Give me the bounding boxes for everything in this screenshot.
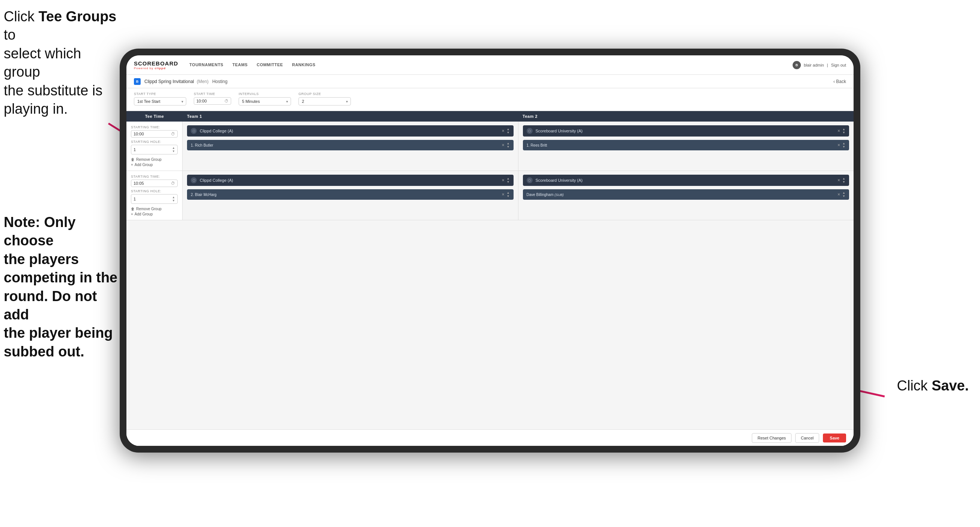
group2-hole-input[interactable] [134, 197, 152, 201]
table-container: Tee Time Team 1 Team 2 STARTING TIME: ⏱ [126, 111, 854, 429]
group1-team1-player1-remove[interactable]: × [502, 143, 504, 148]
group2-team1-card[interactable]: ⬡ Clippd College (A) × ▲▼ [187, 175, 514, 186]
group2-hole-arrows[interactable]: ▲▼ [172, 196, 175, 202]
group2-team2-remove[interactable]: × [837, 178, 840, 183]
reset-changes-button[interactable]: Reset Changes [752, 433, 791, 443]
annotation-bottomright: Click Save. [897, 378, 969, 394]
subheader: B Clippd Spring Invitational (Men) Hosti… [126, 75, 854, 88]
group2-team2-player1-sub-arrows[interactable]: ▲▼ [842, 191, 845, 198]
group-size-select[interactable]: 2 [299, 97, 351, 105]
subheader-back[interactable]: ‹ Back [834, 79, 846, 84]
tablet-frame: SCOREBOARD Powered by clippd TOURNAMENTS… [120, 49, 860, 452]
group1-remove-label: Remove Group [136, 158, 162, 162]
group1-actions: 🗑 Remove Group + Add Group [131, 158, 162, 167]
group1-team1-player1[interactable]: 1. Rich Butler × ▲▼ [187, 140, 514, 150]
group1-remove-btn[interactable]: 🗑 Remove Group [131, 158, 162, 162]
group1-team2-card-actions: × ▲▼ [837, 127, 845, 134]
subheader-title: Clippd Spring Invitational (Men) [145, 79, 208, 84]
group2-team1-arrows[interactable]: ▲▼ [507, 177, 510, 184]
group1-hole-input[interactable] [134, 147, 152, 152]
col-team1: Team 1 [183, 111, 518, 121]
group1-team1-card-actions: × ▲▼ [502, 127, 510, 134]
group2-team1-player1[interactable]: 2. Blair McHarg × ▲▼ [187, 189, 514, 200]
group2-add-icon: + [131, 212, 133, 216]
start-type-label: Start Type [134, 92, 186, 96]
group1-team2-card[interactable]: ⬡ Scoreboard University (A) × ▲▼ [523, 125, 850, 137]
nav-separator: | [827, 63, 828, 67]
group2-team1-icon: ⬡ [191, 177, 197, 183]
group2-hole-label: STARTING HOLE: [131, 189, 161, 193]
nav-link-rankings[interactable]: RANKINGS [292, 61, 316, 69]
nav-link-teams[interactable]: TEAMS [232, 61, 248, 69]
cancel-button[interactable]: Cancel [795, 433, 819, 443]
nav-username: blair admin [804, 63, 824, 67]
nav-user: B blair admin | Sign out [792, 61, 846, 69]
start-time-group: Start Time ⏱ [194, 92, 231, 107]
group2-team1-player1-arrows[interactable]: ▲▼ [507, 191, 510, 198]
save-button[interactable]: Save [823, 433, 846, 443]
group2-time-label: STARTING TIME: [131, 175, 160, 178]
group1-team1-card[interactable]: ⬡ Clippd College (A) × ▲▼ [187, 125, 514, 137]
group1-team2-player1-name: 1. Rees Britt [527, 143, 838, 147]
group1-team2-player1[interactable]: 1. Rees Britt × ▲▼ [523, 140, 850, 150]
group1-team2-icon: ⬡ [527, 128, 533, 134]
group1-team1-arrows[interactable]: ▲▼ [507, 127, 510, 134]
nav-logo-title: SCOREBOARD [134, 60, 178, 67]
nav-logo-sub: Powered by clippd [134, 67, 178, 70]
group1-time-input[interactable] [134, 132, 154, 136]
group1-team1-remove[interactable]: × [502, 128, 504, 134]
start-time-label: Start Time [194, 92, 231, 96]
group2-team2-player1-sub-remove[interactable]: × [837, 192, 840, 197]
group2-team2-player1-sub-actions: × ▲▼ [837, 191, 845, 198]
col-team2: Team 2 [518, 111, 854, 121]
group1-team2-remove[interactable]: × [837, 128, 840, 134]
group2-team2-player1-sub[interactable]: Dave Billingham (SUB) × ▲▼ [523, 189, 850, 200]
group2-actions: 🗑 Remove Group + Add Group [131, 207, 162, 216]
group1-team2-player1-remove[interactable]: × [837, 143, 840, 148]
intervals-group: Intervals 5 Minutes [239, 92, 291, 107]
group-size-label: Group Size [299, 92, 351, 96]
group1-add-icon: + [131, 163, 133, 167]
group1-team1-player1-arrows[interactable]: ▲▼ [507, 142, 510, 148]
group-left-2: STARTING TIME: ⏱ STARTING HOLE: ▲▼ [126, 171, 183, 220]
nav-link-committee[interactable]: COMMITTEE [256, 61, 283, 69]
group2-team1-player1-remove[interactable]: × [502, 192, 504, 197]
group2-add-btn[interactable]: + Add Group [131, 212, 162, 216]
group2-team2-arrows[interactable]: ▲▼ [842, 177, 845, 184]
start-type-group: Start Type 1st Tee Start [134, 92, 186, 107]
start-type-select[interactable]: 1st Tee Start [134, 97, 186, 105]
group2-add-label: Add Group [135, 212, 153, 216]
group1-remove-icon: 🗑 [131, 158, 135, 162]
group1-team1-player1-name: 1. Rich Butler [191, 143, 502, 147]
group2-remove-btn[interactable]: 🗑 Remove Group [131, 207, 162, 211]
group-size-group: Group Size 2 [299, 92, 351, 107]
group2-time-input[interactable] [134, 181, 154, 186]
group2-team2-col: ⬡ Scoreboard University (A) × ▲▼ Dave Bi… [519, 171, 854, 220]
group2-team1-remove[interactable]: × [502, 178, 504, 183]
group2-team2-card[interactable]: ⬡ Scoreboard University (A) × ▲▼ [523, 175, 850, 186]
group1-clock-icon: ⏱ [171, 132, 175, 136]
group1-team2-arrows[interactable]: ▲▼ [842, 127, 845, 134]
nav-link-tournaments[interactable]: TOURNAMENTS [189, 61, 223, 69]
intervals-select[interactable]: 5 Minutes [239, 97, 291, 105]
start-time-input[interactable] [196, 99, 219, 103]
main-content: Start Type 1st Tee Start Start Time ⏱ [126, 88, 854, 446]
nav-signout[interactable]: Sign out [831, 63, 846, 67]
group1-add-label: Add Group [135, 163, 153, 167]
subheader-logo: B [134, 78, 141, 85]
group1-teams: ⬡ Clippd College (A) × ▲▼ 1. Rich Butler [183, 121, 854, 170]
group1-team2-player1-arrows[interactable]: ▲▼ [842, 142, 845, 148]
nav-links: TOURNAMENTS TEAMS COMMITTEE RANKINGS [189, 61, 792, 69]
group2-remove-icon: 🗑 [131, 207, 135, 211]
group-left-1: STARTING TIME: ⏱ STARTING HOLE: ▲▼ [126, 121, 183, 170]
intervals-label: Intervals [239, 92, 291, 96]
group2-team1-col: ⬡ Clippd College (A) × ▲▼ 2. Blair McHar… [183, 171, 519, 220]
group1-team2-col: ⬡ Scoreboard University (A) × ▲▼ 1. Rees… [519, 121, 854, 170]
group-section-2: STARTING TIME: ⏱ STARTING HOLE: ▲▼ [126, 171, 854, 220]
group1-team1-icon: ⬡ [191, 128, 197, 134]
group1-hole-arrows[interactable]: ▲▼ [172, 146, 175, 153]
group1-team1-player1-actions: × ▲▼ [502, 142, 510, 148]
start-time-clock-icon: ⏱ [224, 99, 229, 103]
group1-add-btn[interactable]: + Add Group [131, 163, 162, 167]
group1-team2-player1-actions: × ▲▼ [837, 142, 845, 148]
